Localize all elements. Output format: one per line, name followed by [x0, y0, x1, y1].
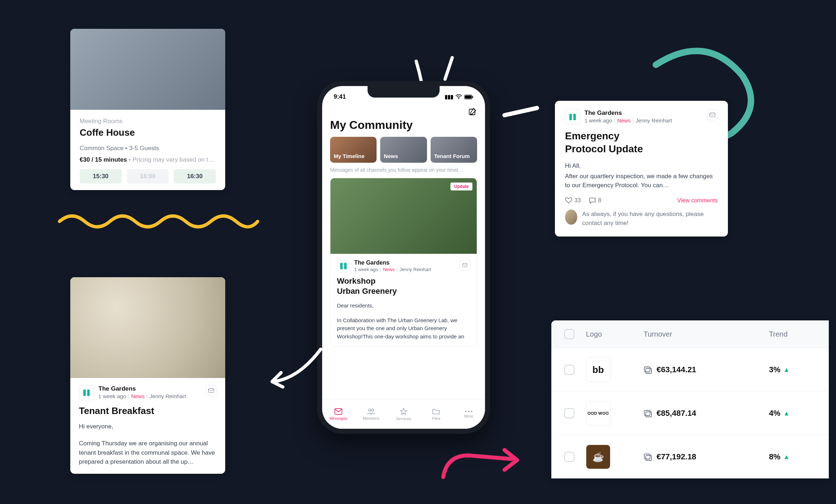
post-source: The Gardens: [354, 260, 431, 266]
tab-my-timeline[interactable]: My Timeline: [330, 137, 377, 163]
time-slot-unavailable: 16:00: [127, 169, 169, 184]
commenter-avatar: [565, 210, 577, 225]
row-checkbox[interactable]: [564, 452, 574, 462]
mail-button[interactable]: [707, 109, 718, 120]
table-row: bb €63,144.21 3% ▲: [551, 348, 829, 391]
trend-cell: 3% ▲: [769, 365, 816, 374]
svg-point-12: [471, 411, 472, 412]
tab-tenant-forum[interactable]: Tenant Forum: [431, 137, 477, 163]
phone-page-title: My Community: [330, 118, 477, 132]
svg-rect-4: [472, 96, 473, 98]
row-checkbox[interactable]: [564, 365, 574, 375]
signal-icon: ▮▮▮: [445, 94, 453, 100]
post-greeting: Hi All,: [565, 162, 718, 170]
dash-doodle: [501, 101, 544, 122]
nav-more[interactable]: More: [453, 400, 485, 429]
comment-icon: [589, 197, 596, 204]
svg-point-11: [468, 411, 470, 412]
phone-notch: [368, 86, 440, 98]
post-greeting: Hi everyone,: [79, 423, 217, 430]
post-title: Emergency Protocol Update: [565, 130, 718, 156]
trend-up-icon: ▲: [783, 410, 790, 417]
nav-services[interactable]: Services: [387, 400, 420, 429]
compose-icon[interactable]: [468, 107, 477, 116]
turnover-cell: €77,192.18: [644, 452, 769, 462]
table-row: OOD WOO €85,487.14 4% ▲: [551, 391, 829, 435]
post-meta: 1 week ago|News|Jenny Reinhart: [98, 393, 186, 399]
company-logo: OOD WOO: [586, 401, 610, 426]
post-engagement: 33 8 View comments: [565, 197, 718, 204]
svg-rect-18: [644, 454, 650, 459]
phone-post-image: Update: [330, 178, 477, 254]
phone-post-card[interactable]: Update The Gardens 1 week ago|News|Jenny…: [330, 178, 477, 347]
money-icon: [644, 453, 652, 461]
mail-button[interactable]: [459, 260, 470, 270]
table-header: Logo Turnover Trend: [551, 320, 829, 348]
pink-arrow-doodle: [436, 443, 530, 486]
messages-icon: [334, 408, 342, 415]
svg-rect-3: [465, 95, 472, 99]
svg-rect-0: [209, 389, 214, 393]
room-price-note: • Pricing may vary based on t…: [127, 156, 214, 163]
status-time: 9:41: [334, 93, 346, 100]
svg-point-8: [368, 409, 370, 411]
svg-point-10: [465, 411, 467, 412]
nav-members[interactable]: Members: [355, 400, 387, 429]
post-meta: 1 week ago|News|Jenny Reinhart: [584, 117, 672, 123]
food-photo: [70, 277, 225, 378]
heart-icon: [565, 197, 572, 204]
battery-icon: [464, 95, 473, 99]
post-meta: 1 week ago|News|Jenny Reinhart: [354, 267, 431, 272]
svg-point-9: [371, 409, 373, 411]
header-trend: Trend: [769, 330, 816, 338]
services-icon: [400, 408, 407, 415]
comment-preview: As always, if you have any questions, pl…: [565, 210, 718, 228]
turnover-cell: €63,144.21: [644, 365, 769, 374]
nav-messages[interactable]: Messages: [322, 400, 355, 429]
header-turnover: Turnover: [644, 330, 769, 338]
tab-news[interactable]: News: [380, 137, 427, 163]
post-body: Coming Thursday we are organising our an…: [79, 439, 217, 467]
room-title: Coffe House: [80, 127, 216, 138]
yellow-squiggle-doodle: [58, 209, 259, 230]
svg-rect-13: [710, 113, 715, 117]
room-photo: [70, 29, 225, 110]
phone-post-greeting: Dear residents,: [337, 302, 470, 310]
money-icon: [644, 365, 652, 374]
comments-button[interactable]: 8: [589, 197, 601, 204]
svg-rect-6: [462, 263, 467, 267]
trend-up-icon: ▲: [783, 366, 790, 374]
time-slot[interactable]: 16:30: [174, 169, 216, 184]
phone-post-body: In Collaboration with The Urban Greenery…: [337, 316, 470, 341]
emergency-post: The Gardens 1 week ago|News|Jenny Reinha…: [555, 101, 728, 237]
trend-cell: 8% ▲: [769, 452, 816, 462]
post-source: The Gardens: [98, 385, 186, 392]
room-price-line: €30 / 15 minutes • Pricing may vary base…: [80, 156, 216, 163]
select-all-checkbox[interactable]: [564, 329, 574, 339]
svg-rect-16: [644, 410, 650, 415]
wifi-icon: [455, 94, 462, 99]
svg-rect-19: [646, 455, 652, 460]
room-meta: Common Space • 3-5 Guests: [80, 145, 216, 152]
source-logo: [337, 260, 350, 273]
room-price: €30 / 15 minutes: [80, 156, 127, 163]
like-button[interactable]: 33: [565, 197, 581, 204]
files-icon: [432, 408, 440, 415]
turnover-cell: €85,487.14: [644, 409, 769, 418]
post-body: After our quartlery inspection, we made …: [565, 172, 718, 190]
members-icon: [367, 408, 375, 415]
svg-rect-15: [646, 368, 652, 373]
trend-up-icon: ▲: [783, 453, 790, 461]
channel-tabs: My Timeline News Tenant Forum: [330, 137, 477, 163]
company-logo: bb: [586, 357, 610, 382]
time-slot[interactable]: 15:30: [80, 169, 122, 184]
nav-files[interactable]: Files: [420, 400, 452, 429]
post-source: The Gardens: [584, 109, 672, 117]
trend-cell: 4% ▲: [769, 409, 816, 418]
mail-button[interactable]: [206, 385, 217, 396]
row-checkbox[interactable]: [564, 408, 574, 418]
money-icon: [644, 409, 652, 418]
phone-post-title: Workshop Urban Greenery: [337, 276, 470, 296]
room-category: Meeting Rooms: [80, 118, 216, 125]
view-comments-link[interactable]: View comments: [677, 197, 718, 204]
